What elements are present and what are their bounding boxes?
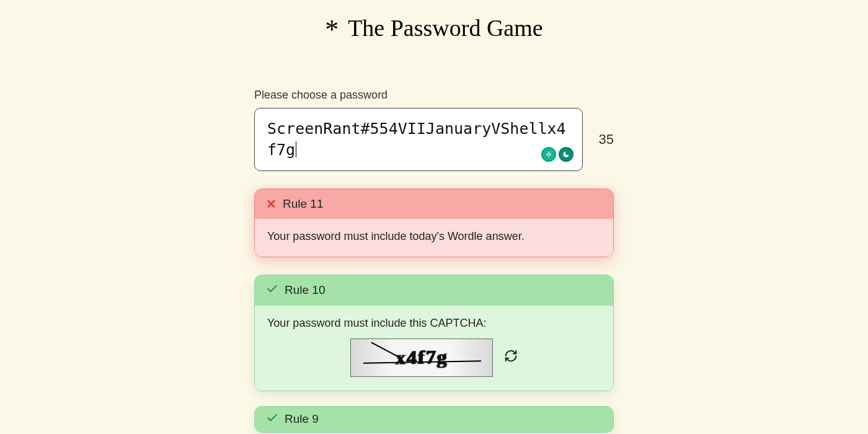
rule-10-text: Your password must include this CAPTCHA: <box>267 317 601 330</box>
rule-card-9: Rule 9 <box>254 406 614 433</box>
password-value: ScreenRant#554VIIJanuaryVShellx4f7g <box>267 120 566 159</box>
rule-card-11: ✕ Rule 11 Your password must include tod… <box>254 188 614 257</box>
text-cursor <box>296 141 296 157</box>
pass-check-icon <box>266 412 278 427</box>
input-badges <box>541 147 574 162</box>
rule-card-10: Rule 10 Your password must include this … <box>254 275 614 391</box>
rule-11-header: ✕ Rule 11 <box>255 189 613 219</box>
rule-10-header: Rule 10 <box>255 275 613 306</box>
rule-9-label: Rule 9 <box>285 412 319 426</box>
password-row: ScreenRant#554VIIJanuaryVShellx4f7g 35 <box>254 108 614 171</box>
password-prompt-label: Please choose a password <box>254 89 614 102</box>
fail-x-icon: ✕ <box>266 197 277 211</box>
rule-11-body: Your password must include today's Wordl… <box>255 219 613 257</box>
pass-check-icon <box>266 283 278 298</box>
page-title: * The Password Game <box>0 0 868 51</box>
captcha-row: x4f7g <box>267 339 601 377</box>
captcha-refresh-button[interactable] <box>504 349 518 366</box>
title-text: The Password Game <box>342 15 542 41</box>
grammarly-icon[interactable] <box>541 147 556 162</box>
captcha-image: x4f7g <box>350 339 493 377</box>
captcha-text: x4f7g <box>395 345 448 369</box>
main-content: Please choose a password ScreenRant#554V… <box>254 89 614 433</box>
title-star-icon: * <box>325 14 339 45</box>
rule-11-label: Rule 11 <box>283 197 324 211</box>
dark-mode-icon[interactable] <box>559 147 574 162</box>
rule-9-header: Rule 9 <box>255 407 613 432</box>
rule-10-label: Rule 10 <box>285 283 326 297</box>
password-input[interactable]: ScreenRant#554VIIJanuaryVShellx4f7g <box>254 108 583 171</box>
char-count: 35 <box>599 131 614 148</box>
rule-10-body: Your password must include this CAPTCHA:… <box>255 306 613 391</box>
